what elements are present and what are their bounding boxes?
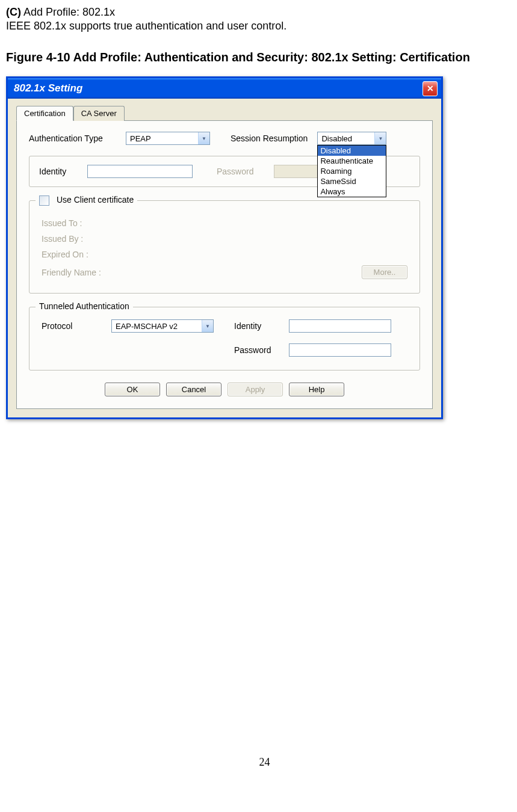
tunneled-identity-input[interactable]	[289, 319, 391, 333]
identity-label: Identity	[39, 167, 75, 176]
protocol-combo[interactable]: EAP-MSCHAP v2 ▼	[111, 319, 214, 333]
session-resumption-dropdown: Disabled Reauthenticate Roaming SameSsid…	[317, 145, 386, 197]
client-cert-checkbox[interactable]	[39, 195, 49, 206]
issued-to-label: Issued To :	[42, 218, 82, 228]
tab-ca-server[interactable]: CA Server	[73, 106, 125, 121]
tab-content-certification: Authentication Type PEAP ▼ Session Resum…	[16, 120, 433, 409]
tunneled-password-input[interactable]	[289, 343, 391, 357]
close-icon: ✕	[427, 84, 434, 93]
heading-text: Add Profile: 802.1x	[21, 6, 115, 18]
session-resumption-value: Disabled	[318, 133, 374, 144]
dropdown-option-reauthenticate[interactable]: Reauthenticate	[318, 156, 386, 166]
titlebar: 802.1x Setting ✕	[8, 78, 441, 99]
friendly-name-label: Friendly Name :	[42, 268, 101, 277]
tabs: Certification CA Server	[16, 106, 433, 121]
session-resumption-label: Session Resumption	[231, 134, 308, 143]
dropdown-option-always[interactable]: Always	[318, 186, 386, 197]
chevron-down-icon: ▼	[374, 132, 386, 144]
tunneled-identity-label: Identity	[234, 321, 279, 331]
client-cert-checkbox-label: Use Client certificate	[57, 195, 134, 205]
dropdown-option-roaming[interactable]: Roaming	[318, 166, 386, 176]
cancel-button[interactable]: Cancel	[166, 383, 221, 396]
heading-prefix: (C)	[6, 6, 21, 18]
protocol-label: Protocol	[42, 321, 102, 331]
dialog-8021x-setting: 802.1x Setting ✕ Certification CA Server…	[6, 76, 443, 419]
protocol-value: EAP-MSCHAP v2	[112, 321, 202, 332]
identity-input[interactable]	[87, 165, 193, 178]
dialog-title: 802.1x Setting	[14, 82, 82, 94]
tunneled-password-label: Password	[234, 345, 279, 355]
auth-type-combo[interactable]: PEAP ▼	[126, 132, 210, 145]
expired-on-label: Expired On :	[42, 250, 88, 259]
auth-type-value: PEAP	[126, 133, 198, 144]
tab-certification[interactable]: Certification	[16, 106, 73, 121]
help-button[interactable]: Help	[289, 383, 344, 396]
page-number: 24	[6, 756, 517, 769]
dialog-button-row: OK Cancel Apply Help	[29, 383, 420, 396]
client-cert-legend: Use Client certificate	[36, 195, 137, 206]
dropdown-option-samessid[interactable]: SameSsid	[318, 176, 386, 186]
client-cert-group: Use Client certificate Issued To : Issue…	[29, 200, 420, 294]
ok-button[interactable]: OK	[105, 383, 160, 396]
auth-type-label: Authentication Type	[29, 134, 116, 143]
issued-by-label: Issued By :	[42, 234, 83, 244]
apply-button: Apply	[228, 383, 283, 396]
doc-subheading: IEEE 802.1x supports true authentication…	[6, 20, 517, 32]
dropdown-option-disabled[interactable]: Disabled	[318, 146, 386, 156]
session-resumption-combo[interactable]: Disabled ▼	[317, 132, 386, 145]
doc-heading: (C) Add Profile: 802.1x	[6, 6, 517, 19]
tunneled-auth-legend: Tunneled Authentication	[36, 301, 133, 311]
figure-caption: Figure 4-10 Add Profile: Authentication …	[6, 51, 517, 64]
close-button[interactable]: ✕	[423, 81, 438, 96]
more-button: More..	[362, 265, 407, 279]
password-label: Password	[217, 167, 262, 176]
chevron-down-icon: ▼	[202, 320, 213, 332]
tunneled-auth-group: Tunneled Authentication Protocol EAP-MSC…	[29, 307, 420, 371]
chevron-down-icon: ▼	[198, 132, 209, 144]
